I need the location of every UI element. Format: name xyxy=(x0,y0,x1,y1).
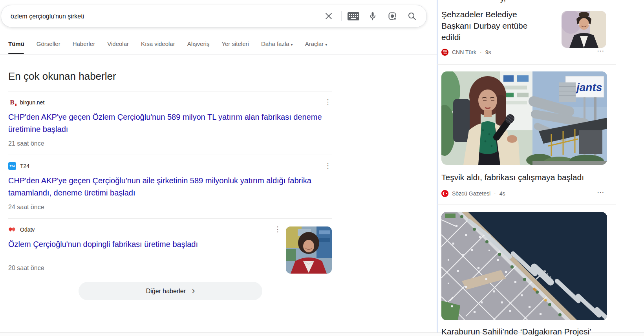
news-result: Odatv ⋮ Özlem Çerçioğlu'nun dopingli fab… xyxy=(8,218,332,279)
top-stories-panel: y, Şehzadeler Belediye Başkanı Durbay en… xyxy=(441,0,620,336)
meta-dot: · xyxy=(494,190,496,197)
tab-news[interactable]: Haberler xyxy=(73,40,95,47)
result-title-link[interactable]: Özlem Çerçioğlu'nun dopingli fabrikası ü… xyxy=(8,238,325,250)
clipped-text-fragment: y, xyxy=(500,0,524,3)
source-name: Odatv xyxy=(20,226,35,233)
story-title-link[interactable]: Karaburun Sahili’nde ‘Dalgakıran Projesi… xyxy=(441,326,614,336)
chevron-right-icon: › xyxy=(192,287,195,295)
news-results-list: B birgun.net ⋮ CHP'den AKP'ye geçen Özle… xyxy=(8,91,332,279)
result-title-link[interactable]: CHP'den AKP'ye geçen Özlem Çerçioğlu'nun… xyxy=(8,111,325,135)
odatv-favicon xyxy=(8,226,16,234)
story-image-breakwater-map[interactable] xyxy=(441,212,607,320)
more-news-button[interactable]: Diğer haberler › xyxy=(79,282,262,300)
microphone-icon[interactable] xyxy=(368,11,377,21)
birgun-favicon: B xyxy=(8,99,16,106)
birgun-logo-mark xyxy=(15,104,16,106)
t24-favicon: T24 xyxy=(8,162,16,170)
more-options-icon[interactable]: ⋮ xyxy=(324,98,332,106)
story-source-row: Sözcü Gazetesi · 4s xyxy=(441,190,505,197)
lens-camera-icon[interactable] xyxy=(388,11,397,21)
story-source: CNN Türk xyxy=(452,49,476,55)
story-source: Sözcü Gazetesi xyxy=(452,190,490,197)
more-options-icon[interactable]: ⋯ xyxy=(597,188,604,197)
source-row: T24 T24 xyxy=(8,162,332,170)
tabs-bottom-border xyxy=(0,54,437,55)
more-options-icon[interactable]: ⋮ xyxy=(274,225,282,234)
search-icon[interactable] xyxy=(407,11,417,21)
tab-shopping[interactable]: Alışveriş xyxy=(187,40,210,47)
panel-left-divider xyxy=(437,0,438,336)
result-time: 21 saat önce xyxy=(8,140,332,147)
chevron-down-icon: ▾ xyxy=(325,42,327,47)
story-thumbnail-smiling-woman[interactable] xyxy=(562,11,606,48)
source-name: birgun.net xyxy=(20,99,44,106)
story-title-link[interactable]: Teşvik aldı, fabrikası çalışmaya başladı xyxy=(441,172,614,183)
source-row: Odatv xyxy=(8,226,332,234)
source-name: T24 xyxy=(20,163,29,169)
tab-tools[interactable]: Araçlar▾ xyxy=(305,40,327,47)
search-input[interactable] xyxy=(10,5,314,28)
news-result: B birgun.net ⋮ CHP'den AKP'ye geçen Özle… xyxy=(8,91,332,155)
tab-videos[interactable]: Videolar xyxy=(107,40,129,47)
tab-places[interactable]: Yer siteleri xyxy=(221,40,249,47)
story-time: 4s xyxy=(499,190,505,197)
sozcu-favicon xyxy=(441,190,448,197)
keyboard-icon[interactable] xyxy=(348,12,359,20)
story-image-woman-mic-and-factory[interactable]: jants xyxy=(441,71,607,165)
story-time: 9s xyxy=(485,49,491,55)
active-tab-underline xyxy=(8,53,24,54)
news-result: T24 T24 ⋮ CHP'den AKP'ye geçen Çerçioğlu… xyxy=(8,155,332,218)
card-divider xyxy=(437,64,616,65)
more-options-icon[interactable]: ⋯ xyxy=(597,46,604,55)
page-title: En çok okunan haberler xyxy=(8,70,116,82)
search-filter-tabs: Tümü Görseller Haberler Videolar Kısa vi… xyxy=(8,40,327,47)
story-title-link[interactable]: Şehzadeler Belediye Başkanı Durbay entüb… xyxy=(441,9,544,43)
cnnturk-favicon: CNNTÜRK xyxy=(441,49,448,56)
factory-sign-text: jants xyxy=(575,81,602,93)
searchbox-divider xyxy=(341,11,342,21)
source-row: B birgun.net xyxy=(8,99,332,106)
result-title-link[interactable]: CHP'den AKP'ye geçen Çerçioğlu'nun aile … xyxy=(8,175,325,199)
tab-short-videos[interactable]: Kısa videolar xyxy=(141,40,175,47)
clear-icon[interactable] xyxy=(324,11,333,21)
result-thumbnail-woman-red-blazer[interactable] xyxy=(286,226,332,274)
more-news-label: Diğer haberler xyxy=(146,288,186,295)
card-divider xyxy=(437,204,616,205)
tab-images[interactable]: Görseller xyxy=(37,40,60,47)
search-box[interactable] xyxy=(1,5,427,27)
tab-all[interactable]: Tümü xyxy=(8,40,24,47)
chevron-down-icon: ▾ xyxy=(291,42,293,47)
more-options-icon[interactable]: ⋮ xyxy=(324,161,332,170)
meta-dot: · xyxy=(480,49,482,55)
result-time: 20 saat önce xyxy=(8,265,332,272)
story-source-row: CNNTÜRK CNN Türk · 9s xyxy=(441,49,491,56)
tab-more[interactable]: Daha fazla▾ xyxy=(261,40,293,47)
result-time: 24 saat önce xyxy=(8,204,332,211)
